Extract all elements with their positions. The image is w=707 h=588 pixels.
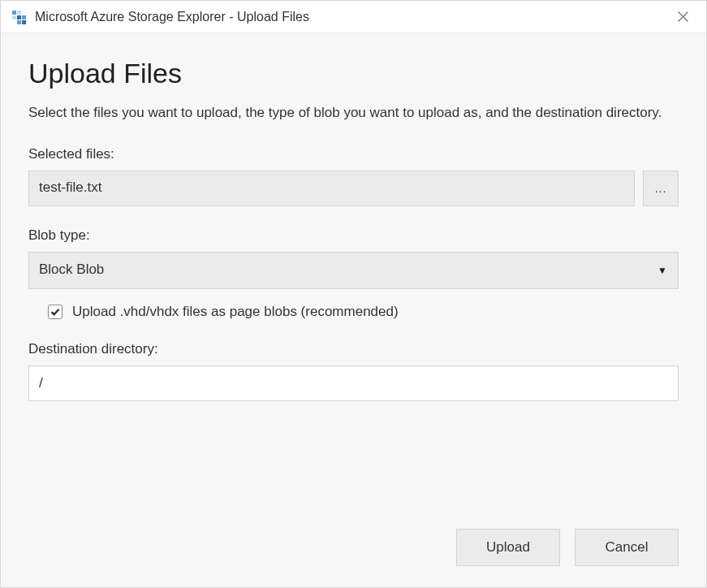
blob-type-select[interactable]: Block Blob: [28, 252, 679, 289]
close-icon: [678, 11, 688, 22]
dialog-description: Select the files you want to upload, the…: [28, 102, 678, 123]
window-title: Microsoft Azure Storage Explorer - Uploa…: [35, 10, 666, 24]
cancel-button[interactable]: Cancel: [575, 529, 679, 566]
upload-button[interactable]: Upload: [456, 529, 560, 566]
vhd-pageblob-checkbox[interactable]: [48, 305, 63, 319]
blob-type-select-wrap: Block Blob ▼: [28, 252, 679, 289]
spacer: [28, 422, 679, 520]
selected-files-display: test-file.txt: [28, 171, 635, 206]
blob-type-group: Blob type: Block Blob ▼ Upload .vhd/vhdx…: [28, 227, 679, 320]
destination-label: Destination directory:: [28, 341, 679, 357]
dialog-heading: Upload Files: [28, 58, 679, 89]
svg-rect-1: [17, 11, 21, 15]
selected-files-group: Selected files: test-file.txt ...: [28, 146, 679, 206]
close-button[interactable]: [666, 1, 700, 32]
vhd-checkbox-label: Upload .vhd/vhdx files as page blobs (re…: [72, 304, 399, 320]
svg-rect-2: [12, 15, 16, 19]
destination-directory-input[interactable]: [28, 365, 679, 401]
blob-type-label: Blob type:: [28, 227, 679, 244]
dialog-window: Microsoft Azure Storage Explorer - Uploa…: [0, 0, 707, 588]
dialog-button-row: Upload Cancel: [28, 529, 679, 566]
storage-explorer-icon: [11, 9, 27, 25]
vhd-checkbox-row: Upload .vhd/vhdx files as page blobs (re…: [28, 304, 679, 320]
svg-rect-5: [17, 20, 21, 24]
svg-rect-3: [17, 15, 21, 19]
selected-files-row: test-file.txt ...: [28, 171, 679, 206]
svg-rect-6: [22, 20, 26, 24]
selected-files-label: Selected files:: [28, 146, 679, 162]
dialog-content: Upload Files Select the files you want t…: [2, 34, 705, 586]
titlebar: Microsoft Azure Storage Explorer - Uploa…: [1, 1, 706, 33]
check-icon: [50, 307, 60, 317]
destination-group: Destination directory:: [28, 341, 679, 401]
svg-rect-4: [22, 15, 26, 19]
browse-files-button[interactable]: ...: [643, 171, 679, 206]
svg-rect-0: [12, 11, 16, 15]
